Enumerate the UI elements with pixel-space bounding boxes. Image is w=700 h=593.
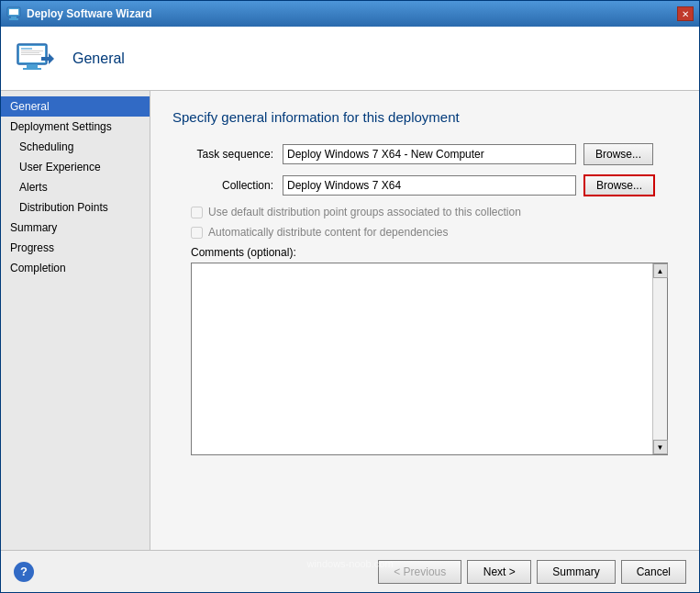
- auto-distribute-label: Automatically distribute content for dep…: [208, 226, 449, 239]
- scrollbar-track: [653, 278, 667, 440]
- scrollbar-up-arrow[interactable]: ▲: [653, 263, 668, 278]
- main-panel: Specify general information for this dep…: [150, 91, 699, 550]
- sidebar-item-completion[interactable]: Completion: [1, 258, 150, 278]
- footer-left: ?: [14, 562, 34, 582]
- page-title: Specify general information for this dep…: [172, 109, 677, 125]
- sidebar-item-progress[interactable]: Progress: [1, 238, 150, 258]
- wizard-icon: [6, 6, 21, 21]
- svg-rect-6: [27, 64, 38, 68]
- summary-button[interactable]: Summary: [537, 560, 615, 584]
- help-icon[interactable]: ?: [14, 562, 34, 582]
- scrollbar: ▲ ▼: [652, 263, 667, 454]
- sidebar-item-scheduling[interactable]: Scheduling: [1, 137, 150, 157]
- svg-rect-12: [21, 52, 39, 53]
- comments-label: Comments (optional):: [191, 246, 677, 259]
- next-button[interactable]: Next >: [467, 560, 531, 584]
- main-window: Deploy Software Wizard ✕ General: [0, 0, 700, 593]
- svg-rect-11: [21, 50, 43, 51]
- use-default-dp-label: Use default distribution point groups as…: [208, 206, 521, 218]
- sidebar-item-distribution-points[interactable]: Distribution Points: [1, 197, 150, 218]
- close-button[interactable]: ✕: [677, 6, 694, 21]
- collection-row: Collection: Browse...: [172, 174, 677, 196]
- svg-rect-10: [21, 48, 32, 50]
- sidebar-item-user-experience[interactable]: User Experience: [1, 157, 150, 177]
- svg-rect-7: [23, 68, 41, 70]
- comments-textarea[interactable]: [192, 263, 652, 454]
- task-sequence-browse-button[interactable]: Browse...: [583, 143, 653, 165]
- header-area: General: [1, 27, 699, 91]
- header-title: General: [72, 50, 125, 67]
- collection-label: Collection:: [172, 179, 283, 192]
- title-text: Deploy Software Wizard: [27, 7, 152, 20]
- checkbox-row-1: Use default distribution point groups as…: [191, 206, 677, 218]
- svg-rect-13: [21, 54, 41, 55]
- sidebar-item-alerts[interactable]: Alerts: [1, 177, 150, 197]
- auto-distribute-checkbox[interactable]: [191, 227, 203, 239]
- task-sequence-label: Task sequence:: [172, 148, 283, 161]
- svg-rect-3: [9, 18, 18, 20]
- svg-rect-9: [41, 57, 50, 61]
- sidebar-item-general[interactable]: General: [1, 96, 150, 117]
- task-sequence-input[interactable]: [283, 144, 576, 164]
- previous-button[interactable]: < Previous: [378, 560, 461, 584]
- svg-rect-2: [11, 17, 17, 18]
- collection-input[interactable]: [283, 175, 576, 196]
- collection-browse-button[interactable]: Browse...: [583, 174, 655, 196]
- cancel-button[interactable]: Cancel: [621, 560, 686, 584]
- sidebar-item-deployment-settings[interactable]: Deployment Settings: [1, 117, 150, 137]
- comments-area-wrapper: ▲ ▼: [191, 263, 668, 455]
- title-bar-left: Deploy Software Wizard: [6, 6, 152, 21]
- sidebar: General Deployment Settings Scheduling U…: [1, 91, 150, 550]
- task-sequence-row: Task sequence: Browse...: [172, 143, 677, 165]
- use-default-dp-checkbox[interactable]: [191, 207, 203, 218]
- svg-rect-1: [9, 9, 18, 15]
- footer-buttons: < Previous Next > Summary Cancel: [378, 560, 686, 584]
- scrollbar-down-arrow[interactable]: ▼: [653, 440, 668, 454]
- header-icon: [14, 37, 58, 81]
- content-area: General Deployment Settings Scheduling U…: [1, 91, 699, 550]
- sidebar-item-summary[interactable]: Summary: [1, 218, 150, 238]
- footer: ? < Previous Next > Summary Cancel: [1, 550, 699, 592]
- title-bar: Deploy Software Wizard ✕: [1, 1, 699, 27]
- checkbox-row-2: Automatically distribute content for dep…: [191, 226, 677, 239]
